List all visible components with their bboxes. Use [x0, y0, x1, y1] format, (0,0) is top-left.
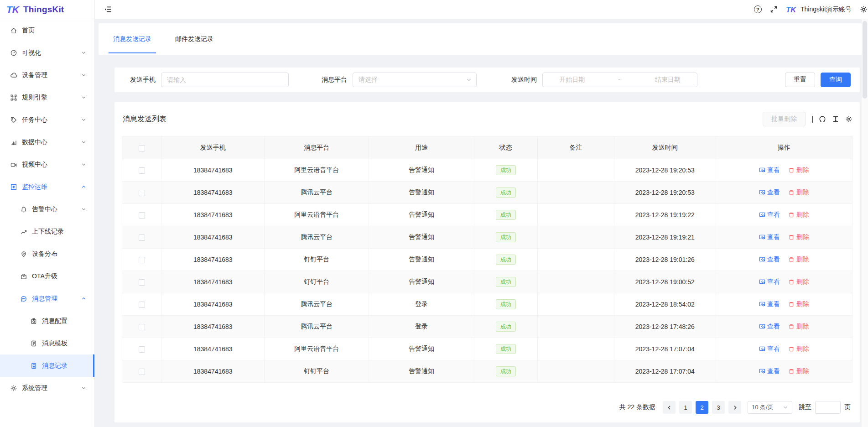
logo-mark-icon: TK [6, 4, 20, 15]
sidebar-item-label: 上下线记录 [32, 228, 64, 236]
cell-select [122, 293, 161, 316]
view-link[interactable]: 查看 [759, 300, 780, 308]
cell-purpose: 登录 [369, 293, 474, 316]
row-checkbox[interactable] [139, 369, 145, 375]
delete-link[interactable]: 删除 [788, 278, 809, 286]
sidebar-item-task-center[interactable]: 任务中心 [0, 109, 94, 131]
sidebar-item-label: 首页 [22, 26, 35, 35]
reset-button[interactable]: 重置 [785, 73, 815, 87]
row-checkbox[interactable] [139, 346, 145, 353]
sidebar-item-video-center[interactable]: 视频中心 [0, 153, 94, 176]
view-link[interactable]: 查看 [759, 367, 780, 375]
time-range-picker[interactable]: 开始日期 ~ 结束日期 [542, 73, 697, 87]
sidebar-item-ota-upgrade[interactable]: OTA升级 [0, 265, 94, 287]
chevron-down-icon [81, 162, 86, 167]
page-button-3[interactable]: 3 [712, 401, 725, 414]
sidebar-item-home[interactable]: 首页 [0, 19, 94, 42]
sidebar-item-alarm-center[interactable]: 告警中心 [0, 198, 94, 220]
cell-select [122, 360, 161, 383]
row-checkbox[interactable] [139, 190, 145, 196]
scrollbar-thumb[interactable] [863, 21, 867, 99]
sidebar-item-device-management[interactable]: 设备管理 [0, 64, 94, 86]
refresh-icon[interactable] [819, 115, 826, 123]
delete-link[interactable]: 删除 [788, 323, 809, 331]
view-link[interactable]: 查看 [759, 345, 780, 353]
delete-link[interactable]: 删除 [788, 233, 809, 241]
platform-filter-select[interactable]: 请选择 [353, 73, 477, 87]
column-settings-gear-icon[interactable] [845, 115, 852, 123]
view-icon [759, 212, 765, 218]
view-link[interactable]: 查看 [759, 233, 780, 241]
fullscreen-icon[interactable] [770, 5, 778, 13]
sidebar-item-data-center[interactable]: 数据中心 [0, 131, 94, 153]
delete-link[interactable]: 删除 [788, 211, 809, 219]
select-all-checkbox[interactable] [139, 145, 145, 151]
jump-page-input[interactable] [815, 401, 841, 414]
delete-link[interactable]: 删除 [788, 166, 809, 174]
view-link[interactable]: 查看 [759, 323, 780, 331]
chevron-down-icon [466, 77, 472, 83]
sidebar-item-message-config[interactable]: 消息配置 [0, 310, 94, 332]
page-jump: 跳至 页 [799, 401, 851, 414]
table-row: 18384741683阿里云语音平台告警通知成功2023-12-28 17:07… [122, 338, 852, 360]
column-header: 操作 [716, 136, 852, 159]
sidebar-item-monitor-ops[interactable]: 监控运维 [0, 176, 94, 198]
row-checkbox[interactable] [139, 279, 145, 286]
row-height-icon[interactable] [832, 115, 839, 123]
page-size-select[interactable]: 10 条/页 [748, 401, 792, 414]
tab-bar: 消息发送记录邮件发送记录 [99, 23, 862, 55]
delete-link[interactable]: 删除 [788, 345, 809, 353]
row-checkbox[interactable] [139, 167, 145, 174]
sidebar-item-label: 数据中心 [22, 138, 47, 146]
tab-email-send-records[interactable]: 邮件发送记录 [171, 23, 218, 55]
sidebar-item-label: 设备分布 [32, 250, 57, 258]
account-menu[interactable]: TK Thingskit演示账号 [786, 5, 852, 14]
chevron-down-icon [81, 117, 86, 122]
batch-delete-button[interactable]: 批量删除 [763, 112, 806, 126]
view-link[interactable]: 查看 [759, 188, 780, 197]
cell-platform: 钉钉平台 [265, 271, 369, 293]
cell-time: 2023-12-28 19:01:26 [614, 249, 716, 271]
prev-page-button[interactable] [663, 401, 676, 414]
sidebar-item-message-records[interactable]: 消息记录 [0, 354, 94, 377]
sidebar-item-visualization[interactable]: 可视化 [0, 42, 94, 64]
sidebar-item-message-management[interactable]: 消息管理 [0, 287, 94, 310]
trash-icon [788, 279, 795, 285]
row-checkbox[interactable] [139, 302, 145, 308]
trash-icon [788, 368, 795, 375]
sidebar-item-online-records[interactable]: 上下线记录 [0, 220, 94, 243]
view-link[interactable]: 查看 [759, 278, 780, 286]
delete-link[interactable]: 删除 [788, 367, 809, 375]
status-badge: 成功 [496, 299, 516, 309]
tab-message-send-records[interactable]: 消息发送记录 [109, 23, 156, 55]
view-icon [759, 368, 765, 375]
cell-time: 2023-12-28 17:07:04 [614, 360, 716, 383]
delete-link[interactable]: 删除 [788, 188, 809, 197]
delete-link[interactable]: 删除 [788, 300, 809, 308]
row-checkbox[interactable] [139, 257, 145, 263]
help-icon[interactable]: ? [754, 5, 762, 13]
page-button-1[interactable]: 1 [679, 401, 692, 414]
sidebar-item-device-distribution[interactable]: 设备分布 [0, 243, 94, 265]
sidebar-item-system-management[interactable]: 系统管理 [0, 377, 94, 399]
search-button[interactable]: 查询 [821, 73, 851, 87]
next-page-button[interactable] [728, 401, 741, 414]
page-button-2[interactable]: 2 [696, 401, 708, 414]
settings-gear-icon[interactable] [860, 5, 868, 13]
cell-remark [537, 204, 614, 226]
view-link[interactable]: 查看 [759, 255, 780, 264]
status-badge: 成功 [496, 322, 516, 332]
page-scrollbar[interactable] [862, 19, 868, 427]
sidebar-item-label: 设备管理 [22, 71, 47, 79]
sidebar-item-rule-engine[interactable]: 规则引擎 [0, 86, 94, 109]
sidebar-collapse-icon[interactable] [104, 5, 112, 13]
row-checkbox[interactable] [139, 234, 145, 241]
delete-link[interactable]: 删除 [788, 255, 809, 264]
view-link[interactable]: 查看 [759, 166, 780, 174]
phone-filter-input[interactable] [161, 73, 289, 87]
cell-remark [537, 249, 614, 271]
view-link[interactable]: 查看 [759, 211, 780, 219]
row-checkbox[interactable] [139, 324, 145, 330]
row-checkbox[interactable] [139, 212, 145, 219]
sidebar-item-message-template[interactable]: 消息模板 [0, 332, 94, 354]
